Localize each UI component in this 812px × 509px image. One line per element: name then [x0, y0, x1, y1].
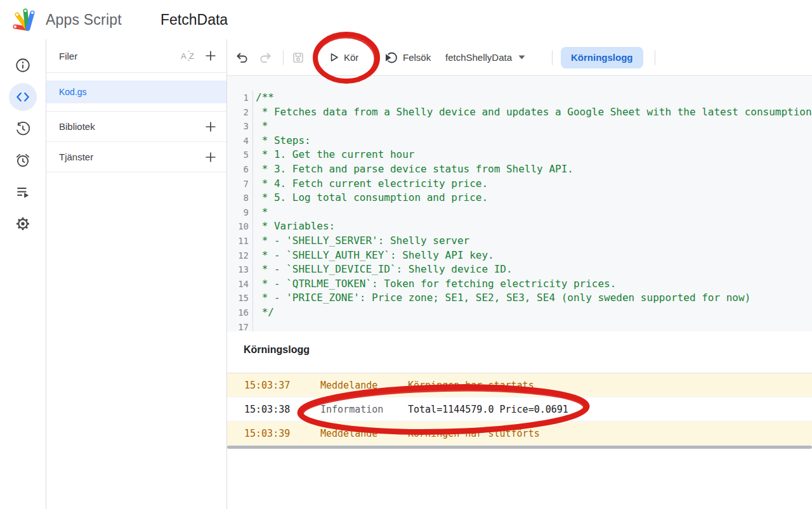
- horizontal-scrollbar[interactable]: [227, 446, 812, 449]
- toolbar-divider: [552, 50, 553, 65]
- code-editor[interactable]: 1234567891011121314151617 /** * Fetches …: [227, 77, 812, 332]
- left-navigation-rail: [0, 39, 46, 509]
- line-number: 11: [227, 234, 249, 248]
- gutter-separator: [252, 91, 253, 332]
- nav-overview-button[interactable]: [8, 50, 38, 81]
- code-line: /**: [256, 91, 812, 105]
- log-row: 15:03:39MeddelandeKörningen har slutfört…: [227, 422, 812, 446]
- line-number: 7: [227, 177, 249, 191]
- toolbar-divider: [283, 50, 284, 65]
- code-line: * Steps:: [256, 134, 812, 148]
- line-number: 3: [227, 119, 249, 134]
- run-button[interactable]: Kör: [329, 39, 358, 75]
- debug-icon: [384, 51, 398, 64]
- editor-gutter: 1234567891011121314151617: [227, 91, 254, 332]
- sort-files-icon[interactable]: A Z: [181, 49, 196, 63]
- nav-editor-button[interactable]: [8, 82, 38, 112]
- line-number: 8: [227, 191, 249, 205]
- log-message: Körningen har startats: [408, 380, 534, 391]
- executions-list-icon: [15, 184, 31, 200]
- files-panel-header: Filer A Z: [46, 39, 226, 73]
- log-type: Meddelande: [320, 428, 408, 439]
- nav-project-history-button[interactable]: [8, 113, 38, 144]
- svg-text:A: A: [181, 51, 187, 61]
- nav-triggers-button[interactable]: [8, 145, 38, 176]
- code-line: * - `SHELLY_DEVICE_ID`: Shelly device ID…: [256, 262, 812, 277]
- redo-icon: [259, 52, 272, 63]
- alarm-clock-icon: [15, 152, 31, 169]
- line-number: 9: [227, 205, 249, 220]
- log-type: Information: [320, 404, 408, 415]
- nav-executions-button[interactable]: [8, 177, 38, 207]
- svg-text:Z: Z: [189, 51, 194, 61]
- play-icon: [329, 52, 339, 63]
- add-service-icon[interactable]: [205, 151, 216, 163]
- chevron-down-icon: [518, 55, 525, 60]
- files-panel-title: Filer: [59, 51, 181, 61]
- services-label: Tjänster: [59, 151, 93, 162]
- function-selector[interactable]: fetchShellyData: [445, 39, 525, 75]
- log-message: Total=1144579.0 Price=0.0691: [408, 404, 568, 415]
- log-time: 15:03:37: [244, 380, 320, 391]
- code-line: * 4. Fetch current electricity price.: [256, 177, 812, 191]
- code-line: * - 'SHELLY_SERVER': Shelly server: [256, 234, 812, 248]
- line-number: 17: [227, 320, 249, 332]
- code-line: * Fetches data from a Shelly device and …: [256, 105, 812, 120]
- info-icon: [15, 57, 31, 74]
- execution-log-toggle-button[interactable]: Körningslogg: [561, 47, 643, 68]
- line-number: 1: [227, 91, 249, 105]
- line-number: 2: [227, 105, 249, 120]
- code-line: * 5. Log total consumption and price.: [256, 191, 812, 205]
- execution-log-title: Körningslogg: [244, 344, 310, 356]
- code-line: *: [256, 205, 812, 220]
- function-selector-value: fetchShellyData: [445, 52, 512, 63]
- code-line: * - `SHELLY_AUTH_KEY`: Shelly API key.: [256, 248, 812, 263]
- line-number: 15: [227, 291, 249, 306]
- nav-settings-button[interactable]: [8, 209, 38, 239]
- line-number: 12: [227, 248, 249, 263]
- line-number: 13: [227, 262, 249, 277]
- code-line: [256, 320, 812, 332]
- line-number: 5: [227, 148, 249, 162]
- libraries-label: Bibliotek: [59, 121, 95, 132]
- top-header: Apps Script FetchData: [0, 0, 812, 40]
- run-button-label: Kör: [344, 52, 358, 63]
- apps-script-window: Apps Script FetchData: [0, 0, 812, 509]
- app-name: Apps Script: [46, 0, 122, 39]
- log-time: 15:03:38: [244, 404, 320, 415]
- line-number: 16: [227, 306, 249, 320]
- apps-script-logo-icon: [9, 6, 36, 32]
- file-item-kod-gs[interactable]: Kod.gs: [46, 81, 226, 103]
- code-line: * 3. Fetch and parse device status from …: [256, 162, 812, 177]
- save-button[interactable]: [292, 39, 304, 75]
- undo-button[interactable]: [236, 39, 249, 75]
- add-file-icon[interactable]: [205, 50, 216, 61]
- save-icon: [292, 51, 304, 64]
- line-number: 10: [227, 219, 249, 234]
- debug-button-label: Felsök: [403, 52, 431, 63]
- libraries-section[interactable]: Bibliotek: [46, 111, 226, 142]
- code-line: */: [256, 306, 812, 320]
- log-type: Meddelande: [320, 380, 408, 391]
- file-name: Kod.gs: [59, 87, 87, 97]
- code-line: * - `QTRLME_TOKEN`: Token for fetching e…: [256, 277, 812, 292]
- redo-button[interactable]: [259, 39, 272, 75]
- log-rows: 15:03:37MeddelandeKörningen har startats…: [227, 373, 812, 446]
- gear-icon: [15, 216, 31, 232]
- services-section[interactable]: Tjänster: [46, 142, 226, 172]
- log-row: 15:03:38InformationTotal=1144579.0 Price…: [227, 397, 812, 422]
- undo-icon: [236, 52, 249, 63]
- project-title[interactable]: FetchData: [160, 0, 228, 39]
- line-number: 14: [227, 277, 249, 292]
- code-line: * - 'PRICE_ZONE': Price zone; SE1, SE2, …: [256, 291, 812, 306]
- line-number: 6: [227, 162, 249, 177]
- add-library-icon[interactable]: [205, 121, 216, 132]
- toolbar-divider: [655, 50, 655, 65]
- debug-button[interactable]: Felsök: [384, 39, 431, 75]
- log-time: 15:03:39: [244, 428, 320, 439]
- log-row: 15:03:37MeddelandeKörningen har startats: [227, 373, 812, 397]
- editor-code: /** * Fetches data from a Shelly device …: [256, 91, 812, 332]
- files-panel: Filer A Z Kod.gs Bibliotek: [46, 39, 227, 509]
- code-line: * 1. Get the current hour: [256, 148, 812, 162]
- code-line: *: [256, 119, 812, 134]
